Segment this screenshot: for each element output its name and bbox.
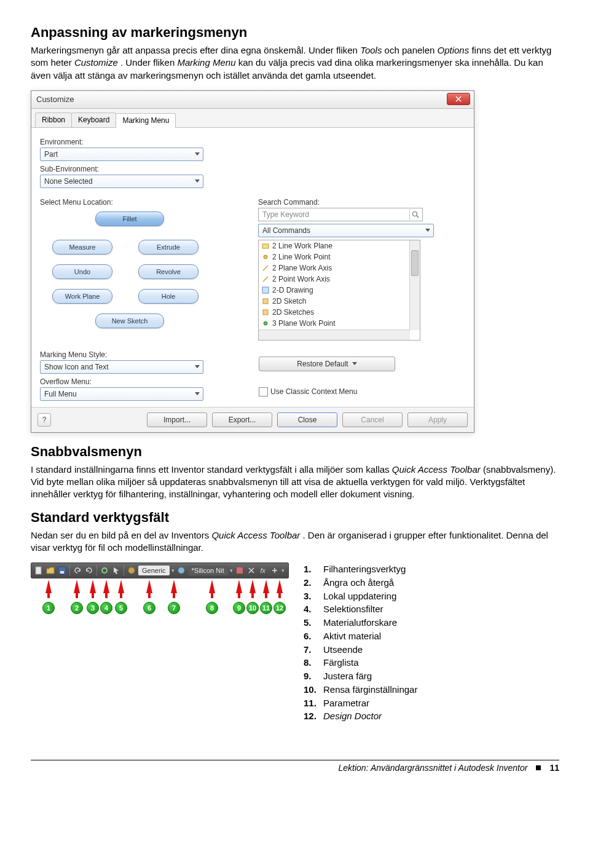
material-dropdown[interactable]: Generic [138, 566, 170, 575]
legend-text: Parametrar [323, 696, 369, 710]
subenv-dropdown[interactable]: None Selected [40, 175, 203, 188]
list-item[interactable]: 2 Line Work Point [259, 251, 420, 262]
axis-icon [261, 264, 270, 272]
pill-newsketch[interactable]: New Sketch [95, 314, 164, 328]
apply-button[interactable]: Apply [407, 412, 468, 427]
style-dropdown[interactable]: Show Icon and Text [40, 360, 203, 374]
list-item: 9.Justera färg [304, 669, 417, 683]
list-item[interactable]: 2 Plane Work Axis [259, 262, 420, 274]
legend-num: 4. [304, 602, 323, 616]
pill-extrude[interactable]: Extrude [138, 240, 199, 254]
txt: Markeringsmenyn går att anpassa precis e… [31, 45, 360, 55]
new-icon[interactable] [34, 566, 44, 575]
tab-marking-menu[interactable]: Marking Menu [116, 113, 176, 128]
horizontal-scrollbar[interactable] [259, 329, 410, 340]
svg-rect-14 [237, 567, 243, 574]
list-item: 8.Färglista [304, 656, 417, 669]
open-icon[interactable] [45, 566, 55, 575]
legend-text: Justera färg [323, 669, 372, 683]
list-item[interactable]: 2 Point Work Axis [259, 274, 420, 285]
vertical-scrollbar[interactable] [409, 240, 420, 330]
chevron-down-icon[interactable]: ▾ [281, 567, 285, 574]
legend-num: 7. [304, 643, 323, 657]
arrow-icon [236, 580, 242, 593]
point-icon [261, 253, 270, 261]
list-item[interactable]: 2D Sketch [259, 296, 420, 307]
pill-revolve[interactable]: Revolve [138, 264, 199, 279]
cancel-button[interactable]: Cancel [342, 412, 403, 427]
update-icon[interactable] [100, 566, 109, 575]
chevron-down-icon[interactable]: ▾ [171, 567, 175, 574]
btn-label: Import... [163, 416, 191, 424]
close-icon[interactable] [447, 93, 470, 105]
pill-undo[interactable]: Undo [52, 264, 112, 279]
svg-rect-4 [263, 299, 268, 304]
arrow-icon [277, 580, 283, 593]
chevron-down-icon[interactable]: ▾ [230, 567, 233, 574]
export-button[interactable]: Export... [212, 412, 272, 427]
svg-point-2 [264, 255, 267, 259]
list-label: 2 Point Work Axis [272, 275, 330, 283]
list-item: 4.Selektionsfilter [304, 602, 417, 616]
legend-text: Ångra och återgå [323, 576, 394, 590]
close-button[interactable]: Close [277, 412, 337, 427]
legend-num: 12. [304, 709, 323, 723]
pill-workplane[interactable]: Work Plane [52, 289, 112, 304]
list-item: 5.Materialutforskare [304, 616, 417, 629]
tab-keyboard[interactable]: Keyboard [71, 112, 116, 127]
overflow-dropdown[interactable]: Full Menu [40, 387, 203, 401]
material-icon[interactable] [127, 566, 136, 575]
save-icon[interactable] [57, 566, 67, 575]
legend-num: 10. [304, 683, 323, 696]
list-item[interactable]: 2-D Drawing [259, 285, 420, 296]
fx-icon[interactable]: fx [258, 566, 268, 575]
search-command-label: Search Command: [258, 198, 465, 207]
num-badge: 6 [143, 602, 155, 614]
list-label: 3 Plane Work Point [272, 319, 336, 328]
footer-lesson: Lektion: Användargränssnittet i Autodesk… [338, 763, 527, 773]
select-icon[interactable] [111, 566, 121, 575]
btn-label: Apply [428, 416, 447, 424]
list-item[interactable]: 2D Sketches [259, 307, 420, 318]
arrow-icon [90, 580, 96, 593]
tab-ribbon[interactable]: Ribbon [35, 112, 72, 127]
section3-paragraph: Nedan ser du en bild på en del av Invent… [31, 529, 559, 554]
classic-context-checkbox[interactable]: Use Classic Context Menu [259, 387, 465, 397]
appearance-icon[interactable] [176, 566, 186, 575]
help-icon[interactable]: ? [37, 413, 51, 427]
import-button[interactable]: Import... [147, 412, 207, 427]
pill-fillet[interactable]: Fillet [95, 211, 164, 226]
list-item: 10.Rensa färginställningar [304, 683, 417, 696]
section-title-1: Anpassning av markeringsmenyn [31, 25, 559, 41]
txt: . Under fliken [120, 57, 178, 68]
page-number: 11 [549, 763, 559, 773]
command-list[interactable]: 2 Line Work Plane 2 Line Work Point 2 Pl… [258, 240, 420, 341]
pill-measure[interactable]: Measure [52, 240, 112, 254]
svg-rect-1 [262, 244, 269, 248]
list-item[interactable]: 3 Plane Work Point [259, 318, 420, 329]
category-dropdown[interactable]: All Commands [258, 224, 434, 237]
undo-icon[interactable] [73, 566, 82, 575]
txt-italic: Options [438, 45, 470, 55]
qat-figure-row: Generic ▾ *Silicon Nit ▾ fx ▾ 1 2 3 4 5 … [31, 562, 559, 723]
dialog-titlebar[interactable]: Customize [31, 91, 474, 109]
search-icon[interactable] [409, 209, 421, 220]
legend-num: 5. [304, 616, 323, 629]
clear-icon[interactable] [246, 566, 256, 575]
num-badge: 11 [260, 602, 272, 614]
redo-icon[interactable] [84, 566, 94, 575]
list-item: 7.Utseende [304, 643, 417, 657]
list-item: 3.Lokal uppdatering [304, 590, 417, 603]
color-icon[interactable] [235, 566, 245, 575]
pill-hole[interactable]: Hole [138, 289, 199, 304]
appearance-dropdown[interactable]: *Silicon Nit [188, 566, 228, 575]
list-item[interactable]: 2 Line Work Plane [259, 240, 420, 251]
restore-default-button[interactable]: Restore Default [259, 357, 395, 371]
legend-text: Utseende [323, 643, 363, 657]
svg-point-13 [178, 567, 184, 574]
plus-icon[interactable] [270, 566, 280, 575]
environment-dropdown[interactable]: Part [40, 148, 203, 161]
list-label: 2D Sketch [272, 297, 306, 306]
search-input[interactable]: Type Keyword [258, 208, 423, 221]
list-item: 12.Design Doctor [304, 709, 417, 723]
